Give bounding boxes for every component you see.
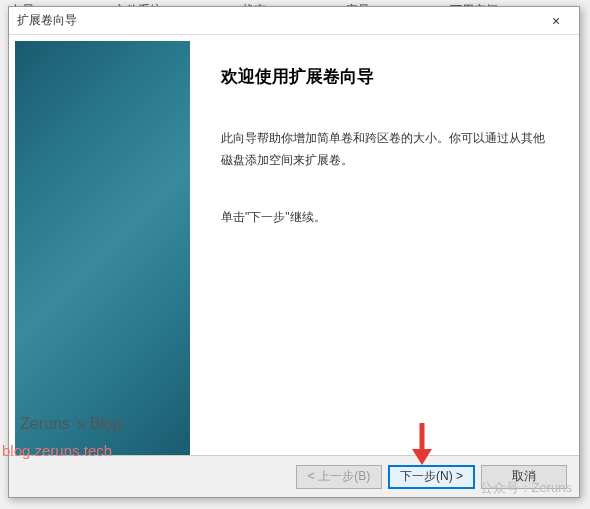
- close-icon: ×: [552, 13, 560, 29]
- watermark-url-text: blog.zeruns.tech: [2, 442, 112, 459]
- close-button[interactable]: ×: [541, 11, 571, 31]
- wizard-paragraph-1: 此向导帮助你增加简单卷和跨区卷的大小。你可以通过从其他磁盘添加空间来扩展卷。: [221, 128, 554, 171]
- wizard-content: 欢迎使用扩展卷向导 此向导帮助你增加简单卷和跨区卷的大小。你可以通过从其他磁盘添…: [196, 35, 579, 455]
- watermark-blog-text: Zeruns 's Blog: [20, 415, 122, 433]
- wizard-sidebar-image: [15, 41, 190, 461]
- dialog-body: 欢迎使用扩展卷向导 此向导帮助你增加简单卷和跨区卷的大小。你可以通过从其他磁盘添…: [9, 35, 579, 455]
- wizard-heading: 欢迎使用扩展卷向导: [221, 65, 554, 88]
- titlebar[interactable]: 扩展卷向导 ×: [9, 7, 579, 35]
- back-button: < 上一步(B): [296, 465, 382, 489]
- button-bar: < 上一步(B) 下一步(N) > 取消: [9, 455, 579, 497]
- wizard-paragraph-2: 单击"下一步"继续。: [221, 207, 554, 229]
- cancel-button[interactable]: 取消: [481, 465, 567, 489]
- next-button[interactable]: 下一步(N) >: [388, 465, 475, 489]
- dialog-title: 扩展卷向导: [17, 12, 77, 29]
